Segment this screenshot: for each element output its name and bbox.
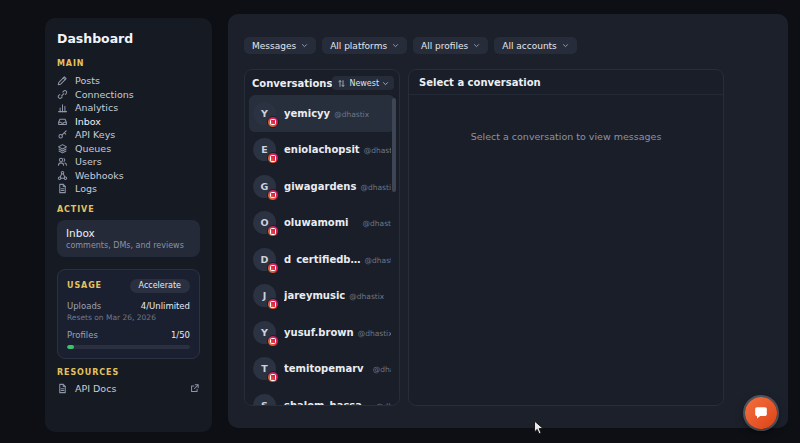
active-inbox-card[interactable]: Inbox comments, DMs, and reviews <box>57 220 200 257</box>
layers-icon <box>57 143 68 154</box>
avatar-initial: G <box>261 181 269 192</box>
uploads-value: 4/Unlimited <box>141 301 190 311</box>
profiles-value: 1/50 <box>171 330 190 340</box>
avatar: T <box>253 357 276 380</box>
sidebar-item-label: Analytics <box>75 102 118 113</box>
instagram-badge-icon <box>267 371 279 383</box>
filter-messages-dropdown[interactable]: Messages <box>244 37 316 54</box>
avatar-initial: T <box>261 363 267 374</box>
webhook-icon <box>57 170 68 181</box>
sidebar-item-connections[interactable]: Connections <box>57 88 200 102</box>
profiles-label: Profiles <box>67 330 98 340</box>
instagram-badge-icon <box>267 152 279 164</box>
uploads-label: Uploads <box>67 301 101 311</box>
sidebar-item-logs[interactable]: Logs <box>57 182 200 196</box>
instagram-badge-icon <box>267 335 279 347</box>
chevron-down-icon <box>382 80 389 87</box>
support-chat-button[interactable] <box>745 397 777 429</box>
sidebar-item-webhooks[interactable]: Webhooks <box>57 169 200 183</box>
sort-label: Newest <box>349 79 379 88</box>
sidebar-item-analytics[interactable]: Analytics <box>57 101 200 115</box>
avatar-initial: S <box>261 400 268 406</box>
usage-title: USAGE <box>67 281 102 290</box>
conversation-name: yemicyy <box>284 108 330 119</box>
conversation-handle: @dhastix <box>349 292 384 301</box>
conversation-name: eniolachopsit <box>284 144 360 155</box>
active-card-subtitle: comments, DMs, and reviews <box>66 241 191 250</box>
filter-all-accounts-dropdown[interactable]: All accounts <box>494 37 577 54</box>
sidebar-item-label: Logs <box>75 183 97 194</box>
section-label-resources: RESOURCES <box>57 368 200 377</box>
filter-label: Messages <box>252 41 296 51</box>
chevron-down-icon <box>301 42 308 49</box>
sidebar-item-label: Queues <box>75 143 111 154</box>
conversation-handle: @dhastix <box>334 110 369 119</box>
conversation-item[interactable]: Ggiwagardens@dhastix <box>249 168 395 205</box>
inbox-content: Conversations Newest Yyemicyy@dhastixEen… <box>244 69 772 406</box>
sidebar-item-api-docs[interactable]: API Docs <box>57 383 200 394</box>
avatar-initial: Y <box>261 327 268 338</box>
conversation-item[interactable]: Sshalom_hassa…@dhas… <box>249 387 395 406</box>
conversation-handle: @dhastix <box>358 329 391 338</box>
conversation-handle: @dhas… <box>376 402 391 406</box>
conversation-handle: @dhastix <box>364 146 391 155</box>
section-label-main: MAIN <box>57 59 200 68</box>
avatar: J <box>253 284 276 307</box>
sidebar-item-users[interactable]: Users <box>57 155 200 169</box>
conversation-item[interactable]: Yyemicyy@dhastix <box>249 95 395 132</box>
conversation-handle: @dhastix <box>373 365 391 374</box>
instagram-badge-icon <box>267 116 279 128</box>
conversation-name: d_certifiedb… <box>284 254 361 265</box>
sort-button[interactable]: Newest <box>332 76 394 90</box>
profiles-progress-fill <box>67 345 74 349</box>
sidebar-item-label: Users <box>75 156 102 167</box>
chat-bubble-icon <box>753 405 769 421</box>
conversation-item[interactable]: Eeniolachopsit@dhastix <box>249 132 395 169</box>
conversation-detail-panel: Select a conversation Select a conversat… <box>408 69 724 406</box>
avatar: O <box>253 211 276 234</box>
sidebar-item-api-keys[interactable]: API Keys <box>57 128 200 142</box>
avatar: Y <box>253 321 276 344</box>
section-label-active: ACTIVE <box>57 205 200 214</box>
chart-icon <box>57 102 68 113</box>
avatar: S <box>253 394 276 406</box>
filter-all-profiles-dropdown[interactable]: All profiles <box>413 37 488 54</box>
conversation-name: giwagardens <box>284 181 356 192</box>
detail-header: Select a conversation <box>409 70 723 95</box>
conversation-handle: @dhast… <box>365 256 391 265</box>
sidebar: Dashboard MAIN PostsConnectionsAnalytics… <box>45 18 212 432</box>
conversations-title: Conversations <box>252 78 332 89</box>
key-icon <box>57 129 68 140</box>
conversation-name: shalom_hassa… <box>284 400 372 406</box>
sidebar-menu: PostsConnectionsAnalyticsInboxAPI KeysQu… <box>57 74 200 196</box>
filter-label: All platforms <box>330 41 387 51</box>
app-title: Dashboard <box>57 31 200 46</box>
conversation-item[interactable]: Jjareymusic@dhastix <box>249 278 395 315</box>
accelerate-button[interactable]: Accelerate <box>130 279 190 293</box>
api-docs-label: API Docs <box>75 383 116 394</box>
avatar: E <box>253 138 276 161</box>
sidebar-item-posts[interactable]: Posts <box>57 74 200 88</box>
conversation-item[interactable]: Yyusuf.brown@dhastix <box>249 314 395 351</box>
filter-all-platforms-dropdown[interactable]: All platforms <box>322 37 407 54</box>
conversation-name: oluwamomi__ <box>284 217 359 228</box>
conversation-item[interactable]: Dd_certifiedb…@dhast… <box>249 241 395 278</box>
scrollbar-thumb[interactable] <box>392 98 396 192</box>
file-icon <box>57 183 68 194</box>
external-link-icon <box>189 383 200 394</box>
sidebar-item-inbox[interactable]: Inbox <box>57 115 200 129</box>
sidebar-item-label: Inbox <box>75 116 101 127</box>
chevron-down-icon <box>473 42 480 49</box>
avatar-initial: D <box>261 254 269 265</box>
avatar: Y <box>253 102 276 125</box>
conversation-item[interactable]: Ooluwamomi__@dhastix <box>249 205 395 242</box>
link-icon <box>57 89 68 100</box>
sidebar-item-queues[interactable]: Queues <box>57 142 200 156</box>
avatar-initial: Y <box>261 108 268 119</box>
filter-label: All accounts <box>502 41 557 51</box>
sidebar-item-label: Posts <box>75 75 100 86</box>
active-card-title: Inbox <box>66 227 191 239</box>
main-panel: MessagesAll platformsAll profilesAll acc… <box>228 14 788 428</box>
conversation-item[interactable]: Ttemitopemarv_@dhastix <box>249 351 395 388</box>
conversation-name: jareymusic <box>284 290 345 301</box>
